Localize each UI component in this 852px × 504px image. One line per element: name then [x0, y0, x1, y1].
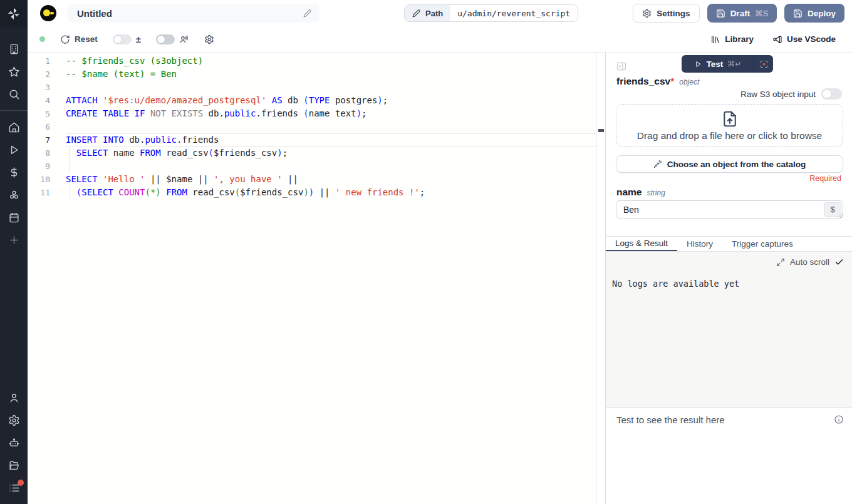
home-icon [8, 121, 20, 133]
sidebar-divider [0, 110, 28, 111]
sidebar-item-resources[interactable] [0, 183, 28, 206]
line-number[interactable]: 8 [28, 147, 66, 160]
autoscroll-label: Auto scroll [790, 257, 829, 267]
create-icon [8, 234, 20, 246]
code-line[interactable]: 8 SELECT name FROM read_csv($friends_csv… [28, 147, 605, 160]
vscode-label: Use VScode [787, 34, 836, 44]
sidebar-item-settings[interactable] [0, 409, 28, 431]
line-number[interactable]: 9 [28, 160, 66, 173]
variables-icon [8, 167, 20, 178]
sidebar-item-search[interactable] [0, 83, 28, 105]
sidebar-item-variables[interactable] [0, 161, 28, 183]
line-number[interactable]: 2 [28, 68, 66, 81]
draft-button[interactable]: Draft ⌘S [707, 4, 777, 23]
record-capture-icon [759, 59, 769, 69]
library-button[interactable]: Library [710, 34, 754, 44]
deploy-button[interactable]: Deploy [784, 4, 844, 23]
sidebar-item-workspace[interactable] [0, 38, 28, 60]
tab-logs-result[interactable]: Logs & Result [606, 237, 677, 251]
capture-test-button[interactable] [754, 59, 773, 69]
sidebar-item-folders[interactable] [0, 454, 28, 476]
pencil-icon [412, 9, 421, 18]
code-line[interactable]: 1-- $friends_csv (s3object) [28, 54, 605, 68]
line-number[interactable]: 10 [28, 173, 66, 186]
notification-badge [18, 480, 24, 486]
line-number[interactable]: 4 [28, 94, 66, 107]
windmill-logo[interactable] [0, 0, 28, 28]
line-number[interactable]: 6 [28, 120, 66, 133]
duckdb-language-icon [40, 5, 56, 21]
save-icon [793, 9, 803, 18]
tab-history[interactable]: History [677, 237, 722, 251]
autoscroll-control[interactable]: Auto scroll [776, 257, 844, 267]
plus-minus-icon: ± [136, 34, 141, 44]
test-button[interactable]: Test ⌘↵ [682, 59, 754, 69]
code-line[interactable]: 4ATTACH '$res:u/demo/amazed_postgresql' … [28, 94, 605, 107]
connection-status-dot [39, 36, 45, 42]
name-input[interactable] [616, 201, 843, 218]
line-number[interactable]: 5 [28, 107, 66, 120]
field-name-header: name string [616, 187, 665, 198]
runs-icon [8, 144, 20, 156]
code-line[interactable]: 11 (SELECT COUNT(*) FROM read_csv($frien… [28, 186, 605, 199]
windmill-icon [7, 7, 21, 21]
editor-toolbar: Reset ± Library Use VScode [28, 26, 852, 53]
info-icon[interactable] [834, 414, 844, 424]
library-label: Library [725, 34, 754, 44]
code-editor[interactable]: 1-- $friends_csv (s3object)2-- $name (te… [28, 53, 605, 504]
raw-s3-toggle-group: Raw S3 object input [740, 88, 842, 100]
path-edit-button[interactable]: Path [405, 5, 450, 21]
code-line[interactable]: 7INSERT INTO db.public.friends [28, 133, 605, 147]
script-title-input[interactable]: Untitled [67, 4, 320, 23]
sidebar-item-runs[interactable] [0, 138, 28, 161]
file-dropzone[interactable]: Drag and drop a file here or click to br… [616, 104, 843, 147]
left-sidebar [0, 0, 28, 504]
edit-title-icon[interactable] [303, 9, 312, 18]
save-icon [716, 9, 725, 18]
multiplayer-toggle-group [156, 34, 189, 44]
resize-handle[interactable] [838, 213, 843, 219]
deploy-label: Deploy [808, 9, 836, 18]
choose-object-button[interactable]: Choose an object from the catalog [616, 155, 843, 173]
use-vscode-button[interactable]: Use VScode [772, 34, 836, 44]
line-number[interactable]: 3 [28, 81, 66, 94]
field-type: string [647, 188, 665, 197]
code-line[interactable]: 2-- $name (text) = Ben [28, 68, 605, 81]
line-number[interactable]: 11 [28, 186, 66, 199]
path-chip[interactable]: Path u/admin/reverent_script [404, 4, 578, 22]
dropzone-text: Drag and drop a file here or click to br… [637, 130, 823, 141]
code-line[interactable]: 9 [28, 160, 605, 173]
code-line[interactable]: 10SELECT 'Hello ' || $name || ', you hav… [28, 173, 605, 186]
field-name: name [616, 187, 642, 198]
multiplayer-toggle[interactable] [156, 34, 175, 44]
draft-shortcut: ⌘S [755, 9, 768, 18]
sidebar-item-create[interactable] [0, 229, 28, 251]
refresh-icon [60, 34, 70, 44]
line-number[interactable]: 1 [28, 54, 66, 68]
sidebar-item-schedules[interactable] [0, 206, 28, 229]
line-number[interactable]: 7 [28, 133, 66, 147]
sidebar-item-audit-logs[interactable] [0, 476, 28, 499]
sidebar-item-home[interactable] [0, 116, 28, 138]
library-icon [710, 34, 720, 44]
collapse-panel-button[interactable] [616, 61, 627, 75]
sidebar-item-ai-assistant[interactable] [0, 431, 28, 454]
overview-ruler[interactable] [596, 53, 605, 504]
diff-toggle[interactable] [113, 34, 132, 44]
name-input-wrap: $ [616, 200, 843, 219]
gear-icon [204, 34, 214, 44]
code-line[interactable]: 3 [28, 81, 605, 94]
tab-trigger-captures[interactable]: Trigger captures [722, 237, 803, 251]
editor-settings-button[interactable] [204, 34, 214, 44]
path-label: Path [425, 9, 443, 18]
draft-label: Draft [730, 9, 751, 18]
raw-s3-toggle[interactable] [821, 88, 842, 100]
code-line[interactable]: 6 [28, 120, 605, 133]
sidebar-item-favorites[interactable] [0, 60, 28, 83]
account-icon [8, 392, 20, 404]
reset-button[interactable]: Reset [60, 34, 98, 44]
sidebar-item-account[interactable] [0, 386, 28, 409]
settings-button[interactable]: Settings [633, 4, 699, 23]
code-line[interactable]: 5CREATE TABLE IF NOT EXISTS db.public.fr… [28, 107, 605, 120]
path-value: u/admin/reverent_script [450, 5, 578, 21]
